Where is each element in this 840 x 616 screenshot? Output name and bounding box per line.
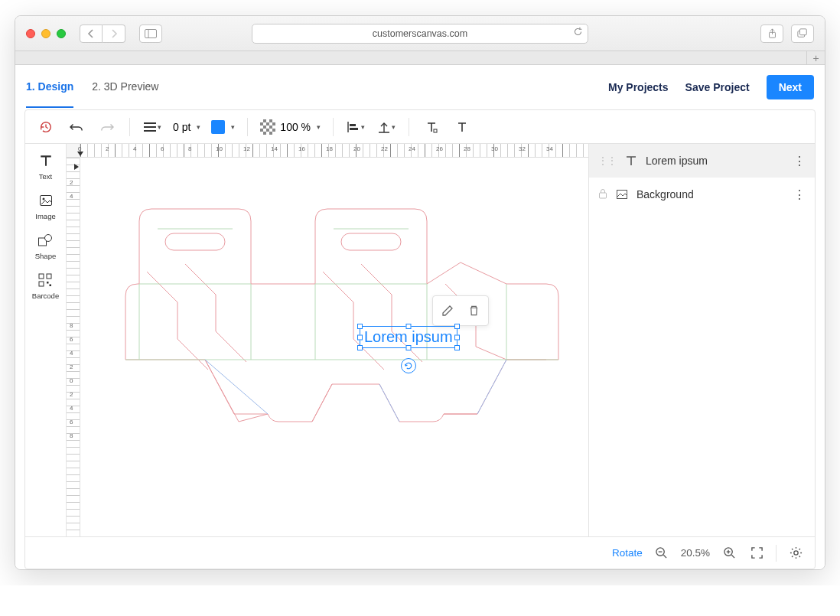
edit-button[interactable] bbox=[438, 301, 457, 321]
text-icon bbox=[37, 152, 55, 170]
resize-handle-bm[interactable] bbox=[405, 345, 411, 350]
text-format-button[interactable] bbox=[449, 114, 475, 140]
app-tabs: 1. Design 2. 3D Preview bbox=[26, 67, 158, 108]
resize-handle-tr[interactable] bbox=[454, 324, 460, 329]
tab-label: 1. Design bbox=[26, 80, 73, 93]
svg-rect-21 bbox=[341, 233, 401, 250]
chevron-down-icon: ▾ bbox=[158, 123, 161, 131]
ruler-horizontal bbox=[80, 144, 588, 158]
selected-text-object[interactable]: Lorem ipsum bbox=[361, 328, 456, 347]
barcode-icon bbox=[36, 271, 54, 289]
resize-handle-tm[interactable] bbox=[405, 324, 411, 329]
svg-rect-18 bbox=[47, 282, 49, 284]
drag-handle-icon[interactable]: ⋮⋮ bbox=[598, 155, 617, 166]
layer-more-button[interactable]: ⋮ bbox=[793, 187, 806, 202]
resize-handle-bl[interactable] bbox=[357, 345, 363, 350]
tool-text[interactable]: Text bbox=[37, 152, 55, 181]
redo-button[interactable] bbox=[94, 114, 120, 140]
tool-barcode[interactable]: Barcode bbox=[32, 271, 59, 300]
zoom-out-button[interactable] bbox=[653, 545, 670, 562]
next-button[interactable]: Next bbox=[767, 75, 814, 99]
url-bar[interactable]: customerscanvas.com bbox=[252, 24, 588, 44]
layer-row[interactable]: Background ⋮ bbox=[589, 178, 815, 211]
back-button[interactable] bbox=[80, 24, 103, 43]
layer-more-button[interactable]: ⋮ bbox=[793, 154, 806, 168]
opacity-combo[interactable]: 100 % ▾ bbox=[257, 119, 324, 135]
settings-button[interactable] bbox=[787, 545, 804, 562]
resize-handle-tl[interactable] bbox=[357, 324, 363, 329]
toolbar-separator bbox=[129, 118, 130, 136]
context-toolbar bbox=[432, 295, 489, 326]
tab-design[interactable]: 1. Design bbox=[26, 67, 73, 108]
browser-title-bar: customerscanvas.com bbox=[15, 16, 825, 51]
undo-button[interactable] bbox=[63, 114, 90, 140]
chevron-down-icon: ▾ bbox=[231, 123, 235, 131]
svg-rect-4 bbox=[800, 29, 807, 35]
svg-line-41 bbox=[731, 555, 734, 558]
svg-rect-0 bbox=[145, 29, 157, 37]
svg-rect-7 bbox=[350, 128, 358, 130]
color-picker[interactable]: ▾ bbox=[208, 120, 238, 134]
sidebar-toggle-button[interactable] bbox=[139, 24, 162, 43]
app-frame: 1. Design 2. 3D Preview My Projects Save… bbox=[15, 65, 825, 569]
resize-handle-rm[interactable] bbox=[454, 334, 460, 340]
minimize-window-button[interactable] bbox=[41, 29, 50, 38]
distribute-button[interactable]: ▾ bbox=[373, 114, 399, 140]
fullscreen-button[interactable] bbox=[748, 545, 765, 562]
resize-handle-br[interactable] bbox=[454, 345, 460, 350]
app-header: 1. Design 2. 3D Preview My Projects Save… bbox=[15, 65, 825, 109]
svg-line-33 bbox=[379, 384, 399, 422]
maximize-window-button[interactable] bbox=[57, 29, 66, 38]
canvas[interactable]: 0246810121416182022242628303234 24864202… bbox=[67, 144, 588, 536]
svg-rect-19 bbox=[50, 285, 52, 287]
zoom-in-button[interactable] bbox=[721, 545, 737, 562]
svg-rect-20 bbox=[165, 233, 225, 250]
resize-handle-lm[interactable] bbox=[357, 334, 363, 340]
layer-name: Lorem ipsum bbox=[646, 155, 708, 167]
opacity-icon bbox=[260, 119, 275, 135]
rotate-handle[interactable] bbox=[401, 358, 416, 373]
tabs-button[interactable] bbox=[791, 24, 814, 43]
tool-label: Image bbox=[35, 212, 55, 220]
image-icon bbox=[37, 191, 55, 210]
layer-name: Background bbox=[637, 188, 694, 200]
app-body: ▾ 0 pt ▾ ▾ 100 % ▾ ▾ bbox=[24, 109, 816, 569]
history-button[interactable] bbox=[33, 114, 59, 140]
tool-image[interactable]: Image bbox=[35, 191, 55, 220]
url-text: customerscanvas.com bbox=[373, 28, 467, 39]
svg-point-44 bbox=[793, 551, 797, 555]
refresh-icon[interactable] bbox=[573, 27, 583, 39]
tool-label: Barcode bbox=[32, 292, 59, 300]
save-project-link[interactable]: Save Project bbox=[685, 81, 750, 93]
lock-icon bbox=[598, 188, 607, 201]
toolbar: ▾ 0 pt ▾ ▾ 100 % ▾ ▾ bbox=[25, 110, 815, 144]
share-button[interactable] bbox=[760, 24, 783, 43]
chevron-down-icon: ▾ bbox=[361, 123, 365, 131]
svg-rect-16 bbox=[47, 274, 51, 279]
delete-button[interactable] bbox=[464, 301, 483, 321]
svg-rect-35 bbox=[600, 193, 607, 198]
tool-shape[interactable]: Shape bbox=[35, 231, 56, 260]
tab-3d-preview[interactable]: 2. 3D Preview bbox=[92, 67, 158, 108]
my-projects-link[interactable]: My Projects bbox=[608, 81, 669, 93]
layer-row[interactable]: ⋮⋮ Lorem ipsum ⋮ bbox=[589, 144, 815, 178]
close-window-button[interactable] bbox=[26, 29, 35, 38]
stroke-style-button[interactable]: ▾ bbox=[139, 114, 165, 140]
align-button[interactable]: ▾ bbox=[343, 114, 369, 140]
forward-button[interactable] bbox=[103, 24, 125, 43]
stroke-width-value: 0 pt bbox=[173, 121, 190, 133]
status-separator bbox=[776, 545, 777, 562]
browser-right-buttons bbox=[760, 24, 814, 43]
text-style-button[interactable] bbox=[418, 114, 444, 140]
svg-line-38 bbox=[664, 555, 667, 558]
chevron-down-icon: ▾ bbox=[392, 123, 396, 131]
svg-point-14 bbox=[45, 235, 52, 242]
new-tab-button[interactable]: + bbox=[806, 51, 825, 64]
tool-label: Text bbox=[39, 172, 52, 181]
svg-rect-10 bbox=[434, 129, 437, 132]
rotate-link[interactable]: Rotate bbox=[612, 547, 643, 559]
svg-rect-15 bbox=[39, 274, 44, 279]
ruler-v-marker bbox=[74, 164, 79, 170]
svg-line-34 bbox=[477, 360, 506, 414]
stroke-width-combo[interactable]: 0 pt ▾ bbox=[170, 121, 203, 133]
